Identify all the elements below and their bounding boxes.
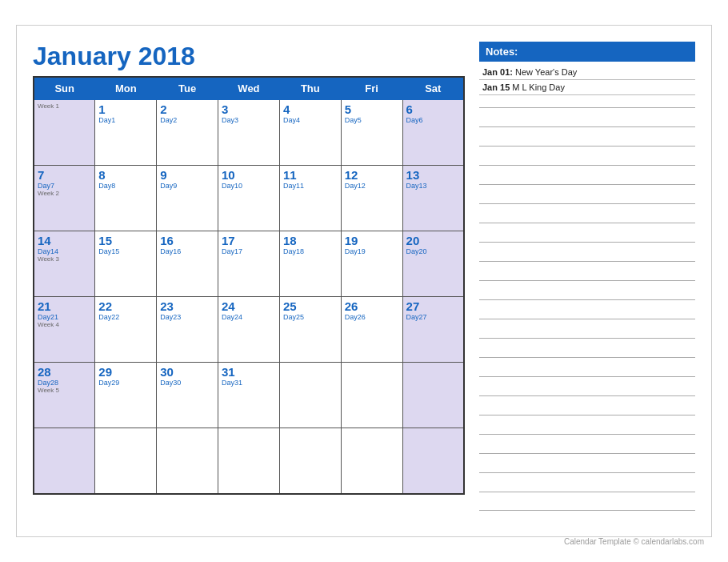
day-sub: Day31	[222, 379, 276, 387]
day-sub: Day23	[160, 313, 214, 321]
day-sub: Day19	[345, 247, 399, 255]
week-label: Week 2	[38, 190, 91, 197]
note-line	[479, 434, 695, 435]
header-sun: Sun	[34, 77, 95, 100]
note-line	[479, 126, 695, 127]
calendar-week-row: 7Day7Week 28Day89Day910Day1011Day1112Day…	[34, 166, 464, 231]
header-tue: Tue	[157, 77, 218, 100]
day-sub: Day24	[222, 313, 276, 321]
calendar-section: January 2018 Sun Mon Tue Wed Thu Fri Sat…	[33, 42, 465, 520]
note-line	[479, 453, 695, 454]
day-number: 6	[406, 102, 460, 116]
calendar-week-row: 21Day21Week 422Day2223Day2324Day2425Day2…	[34, 297, 464, 363]
day-sub: Day2	[160, 116, 214, 124]
day-number: 23	[160, 299, 214, 313]
header-fri: Fri	[341, 77, 402, 100]
calendar-cell: 12Day12	[341, 166, 402, 231]
calendar-cell: 20Day20	[402, 231, 464, 297]
notes-header: Notes:	[479, 42, 695, 62]
note-date-1: Jan 01:	[482, 67, 515, 77]
day-number: 22	[98, 299, 153, 313]
day-number: 18	[283, 234, 338, 247]
calendar-cell: 3Day3	[218, 100, 280, 166]
day-number: 2	[160, 102, 214, 116]
day-number: 19	[345, 234, 399, 247]
day-sub: Day4	[283, 116, 338, 124]
day-sub: Day25	[283, 313, 338, 321]
day-number: 30	[160, 365, 214, 379]
day-number: 4	[283, 102, 338, 116]
calendar-week-row: 14Day14Week 315Day1516Day1617Day1718Day1…	[34, 231, 464, 297]
note-line	[479, 107, 695, 108]
note-text-1: New Year's Day	[515, 67, 577, 77]
week-label: Week 3	[38, 255, 91, 263]
day-sub: Day29	[98, 379, 153, 387]
day-number: 9	[160, 168, 214, 182]
day-sub: Day3	[222, 116, 276, 124]
calendar-cell	[402, 363, 464, 428]
header-thu: Thu	[279, 77, 341, 100]
day-sub: Day16	[160, 247, 214, 255]
calendar-week-row: 28Day28Week 529Day2930Day3031Day31	[34, 363, 464, 428]
day-number: 8	[98, 168, 153, 182]
calendar-cell: 19Day19	[341, 231, 402, 297]
note-line	[479, 223, 695, 223]
calendar-cell	[279, 363, 341, 428]
day-sub: Day20	[406, 247, 460, 255]
note-line	[479, 319, 695, 319]
calendar-cell	[34, 428, 95, 494]
day-number: 3	[222, 102, 276, 116]
calendar-cell: 17Day17	[218, 231, 280, 297]
day-number: 28	[38, 365, 91, 379]
calendar-table: Sun Mon Tue Wed Thu Fri Sat Week 11Day12…	[33, 76, 465, 495]
header-wed: Wed	[218, 77, 280, 100]
day-sub: Day30	[160, 379, 214, 387]
header-mon: Mon	[95, 77, 157, 100]
calendar-cell	[341, 428, 402, 494]
calendar-cell: 21Day21Week 4	[34, 297, 95, 363]
calendar-cell: 23Day23	[157, 297, 218, 363]
week-label: Week 1	[38, 102, 91, 110]
days-header-row: Sun Mon Tue Wed Thu Fri Sat	[34, 77, 464, 100]
day-sub: Day18	[283, 247, 338, 255]
day-sub: Day11	[283, 182, 338, 190]
day-sub: Day12	[345, 182, 399, 190]
calendar-cell: 6Day6	[402, 100, 464, 166]
calendar-cell: 28Day28Week 5	[34, 363, 95, 428]
calendar-cell: 31Day31	[218, 363, 280, 428]
day-sub: Day15	[98, 247, 153, 255]
day-number: 27	[406, 299, 460, 313]
note-line	[479, 376, 695, 377]
day-number: 21	[38, 299, 91, 313]
calendar-cell: 13Day13	[402, 166, 464, 231]
day-number: 17	[222, 234, 276, 247]
calendar-cell: 2Day2	[157, 100, 218, 166]
day-number: 12	[345, 168, 399, 182]
day-sub: Day9	[160, 182, 214, 190]
day-sub: Day17	[222, 247, 276, 255]
day-sub: Day22	[98, 313, 153, 321]
note-lines	[479, 98, 695, 520]
note-line	[479, 492, 695, 492]
day-number: 29	[98, 365, 153, 379]
note-line	[479, 280, 695, 281]
calendar-cell	[341, 363, 402, 428]
note-line	[479, 299, 695, 300]
note-line	[479, 165, 695, 166]
day-number: 11	[283, 168, 338, 182]
day-number: 15	[98, 234, 153, 247]
day-number: 13	[406, 168, 460, 182]
day-sub: Day5	[345, 116, 399, 124]
calendar-cell: 24Day24	[218, 297, 280, 363]
calendar-cell: 4Day4	[279, 100, 341, 166]
note-line	[479, 510, 695, 511]
calendar-cell: 27Day27	[402, 297, 464, 363]
calendar-cell	[218, 428, 280, 494]
note-line	[479, 357, 695, 358]
day-sub: Day10	[222, 182, 276, 190]
day-sub: Day14	[38, 247, 91, 255]
day-number: 25	[283, 299, 338, 313]
note-item-2: Jan 15 M L King Day	[479, 80, 695, 95]
notes-section: Notes: Jan 01: New Year's Day Jan 15 M L…	[479, 42, 695, 520]
day-number: 20	[406, 234, 460, 247]
